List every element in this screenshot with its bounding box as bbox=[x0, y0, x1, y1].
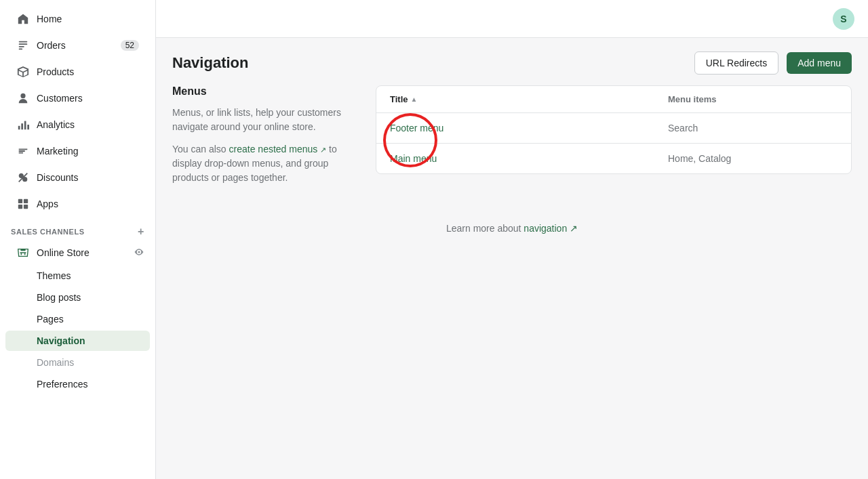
page-header: Navigation URL Redirects Add menu bbox=[156, 38, 868, 85]
orders-icon bbox=[16, 39, 30, 52]
sidebar-item-discounts-label: Discounts bbox=[37, 172, 78, 183]
svg-rect-4 bbox=[18, 126, 20, 129]
menus-section-title: Menus bbox=[172, 85, 362, 98]
menus-sidebar: Menus Menus, or link lists, help your cu… bbox=[172, 85, 362, 193]
add-menu-button[interactable]: Add menu bbox=[787, 52, 852, 74]
main-menu-link[interactable]: Main menu bbox=[390, 153, 437, 164]
marketing-icon bbox=[16, 144, 30, 158]
sidebar-sub-domains[interactable]: Domains bbox=[5, 352, 150, 373]
svg-rect-0 bbox=[19, 41, 28, 43]
footer-menu-items: Search bbox=[668, 123, 837, 133]
footer-menu-link[interactable]: Footer menu bbox=[390, 123, 443, 133]
sales-channels-section: SALES CHANNELS + bbox=[0, 217, 155, 241]
top-bar: S bbox=[156, 0, 868, 38]
col-menu-items-header: Menu items bbox=[668, 94, 837, 104]
footer-learn-more: Learn more about navigation ↗ bbox=[156, 209, 868, 247]
analytics-icon bbox=[16, 118, 30, 131]
sidebar-item-marketing[interactable]: Marketing bbox=[5, 138, 150, 164]
sidebar-sub-blog-posts[interactable]: Blog posts bbox=[5, 287, 150, 308]
svg-rect-6 bbox=[24, 121, 26, 130]
blog-posts-label: Blog posts bbox=[37, 292, 81, 303]
url-redirects-button[interactable]: URL Redirects bbox=[694, 51, 779, 75]
svg-rect-8 bbox=[18, 199, 22, 203]
sidebar-item-home-label: Home bbox=[37, 14, 62, 24]
menus-table: Title ▲ Menu items Footer menu Search bbox=[376, 85, 852, 174]
svg-rect-11 bbox=[24, 205, 28, 209]
add-sales-channel-icon[interactable]: + bbox=[138, 226, 144, 238]
sidebar-item-products-label: Products bbox=[37, 66, 74, 77]
pages-label: Pages bbox=[37, 314, 64, 325]
products-icon bbox=[16, 65, 30, 79]
sidebar-item-analytics-label: Analytics bbox=[37, 119, 75, 130]
domains-label: Domains bbox=[37, 357, 74, 368]
page-title: Navigation bbox=[172, 54, 248, 72]
sidebar-item-home[interactable]: Home bbox=[5, 6, 150, 32]
svg-rect-10 bbox=[18, 205, 22, 209]
themes-label: Themes bbox=[37, 270, 71, 281]
menus-desc-text1: You can also bbox=[172, 144, 229, 154]
navigation-learn-more-link[interactable]: navigation ↗ bbox=[524, 223, 578, 234]
svg-rect-3 bbox=[19, 49, 22, 50]
nested-menus-link[interactable]: create nested menus ↗ bbox=[229, 144, 327, 154]
main-menu-cell: Main menu bbox=[390, 153, 668, 164]
home-icon bbox=[16, 12, 30, 26]
svg-rect-2 bbox=[19, 46, 24, 47]
sidebar-sub-navigation[interactable]: Navigation bbox=[5, 331, 150, 351]
svg-rect-9 bbox=[24, 199, 28, 203]
sidebar-item-marketing-label: Marketing bbox=[37, 146, 78, 157]
menus-description-2: You can also create nested menus ↗ to di… bbox=[172, 142, 362, 185]
external-link-icon: ↗ bbox=[570, 223, 578, 234]
table-row[interactable]: Footer menu Search bbox=[376, 113, 851, 144]
svg-rect-12 bbox=[20, 249, 25, 251]
preferences-label: Preferences bbox=[37, 379, 87, 390]
svg-rect-5 bbox=[21, 123, 23, 129]
sidebar-item-analytics[interactable]: Analytics bbox=[5, 112, 150, 138]
sidebar-item-orders-label: Orders bbox=[37, 40, 66, 51]
col-title-header: Title ▲ bbox=[390, 94, 668, 104]
sidebar-sub-pages[interactable]: Pages bbox=[5, 309, 150, 329]
sidebar-item-products[interactable]: Products bbox=[5, 59, 150, 85]
sidebar-item-apps[interactable]: Apps bbox=[5, 191, 150, 217]
avatar: S bbox=[833, 8, 854, 30]
sidebar-item-customers-label: Customers bbox=[37, 93, 83, 104]
header-actions: URL Redirects Add menu bbox=[694, 51, 852, 75]
sidebar-item-customers[interactable]: Customers bbox=[5, 85, 150, 111]
eye-icon[interactable] bbox=[134, 247, 144, 259]
navigation-label: Navigation bbox=[37, 335, 85, 346]
online-store-icon bbox=[16, 246, 30, 259]
table-header: Title ▲ Menu items bbox=[376, 86, 851, 113]
discounts-icon bbox=[16, 171, 30, 184]
sort-icon[interactable]: ▲ bbox=[411, 96, 418, 103]
apps-icon bbox=[16, 197, 30, 211]
sidebar: Home Orders 52 Products Customers Anal bbox=[0, 0, 156, 479]
svg-rect-1 bbox=[19, 43, 28, 45]
orders-badge: 52 bbox=[121, 40, 139, 51]
sidebar-item-discounts[interactable]: Discounts bbox=[5, 165, 150, 190]
main-content: S Navigation URL Redirects Add menu Menu… bbox=[156, 0, 868, 479]
footer-menu-cell: Footer menu bbox=[390, 123, 668, 133]
main-menu-items: Home, Catalog bbox=[668, 153, 837, 164]
sidebar-item-apps-label: Apps bbox=[37, 199, 58, 209]
svg-rect-7 bbox=[27, 125, 29, 129]
sidebar-sub-preferences[interactable]: Preferences bbox=[5, 374, 150, 394]
menus-description-1: Menus, or link lists, help your customer… bbox=[172, 106, 362, 134]
table-row[interactable]: Main menu Home, Catalog bbox=[376, 144, 851, 173]
content-area: Menus Menus, or link lists, help your cu… bbox=[156, 85, 868, 209]
online-store-label: Online Store bbox=[37, 247, 127, 258]
sidebar-item-orders[interactable]: Orders 52 bbox=[5, 33, 150, 58]
sidebar-item-online-store[interactable]: Online Store bbox=[5, 241, 150, 264]
sidebar-sub-themes[interactable]: Themes bbox=[5, 266, 150, 286]
customers-icon bbox=[16, 91, 30, 105]
